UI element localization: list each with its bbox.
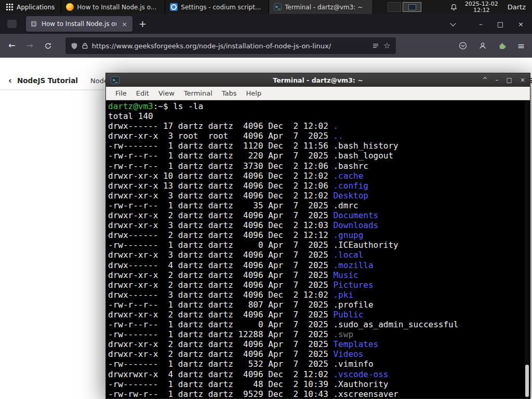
- browser-tab-active[interactable]: How to Install Node.js on ×: [26, 16, 132, 32]
- file-meta: drwxr-xr-x 3 dartz dartz 4096 Apr 7 2025: [108, 250, 333, 260]
- file-name: .bash_logout: [333, 151, 393, 161]
- list-all-tabs-icon[interactable]: [450, 20, 456, 26]
- file-name: .pki: [333, 290, 353, 300]
- terminal-line: -rw------- 1 dartz dartz 532 Apr 7 2025 …: [108, 359, 530, 369]
- new-tab-button[interactable]: +: [139, 19, 147, 29]
- firefox-view-icon[interactable]: [7, 20, 17, 28]
- file-name: .config: [333, 181, 368, 191]
- file-name: Downloads: [333, 220, 378, 230]
- terminal-title: Terminal - dartz@vm3: ~: [106, 76, 530, 84]
- terminal-menubar: File Edit View Terminal Tabs Help: [106, 87, 530, 100]
- task-icon: [274, 3, 282, 11]
- file-name: .profile: [333, 300, 373, 310]
- file-name: .xscreensaver: [333, 389, 398, 398]
- terminal-line: drwxr-xr-x 3 dartz dartz 4096 Apr 7 2025…: [108, 250, 530, 260]
- file-name: .sudo_as_admin_successful: [333, 320, 458, 329]
- file-meta: -rw------- 1 dartz dartz 12288 Apr 7 202…: [108, 329, 333, 339]
- file-name: .viminfo: [333, 359, 373, 369]
- terminal-menu-item[interactable]: Edit: [131, 89, 154, 97]
- file-meta: drwxr-xr-x 2 dartz dartz 4096 Apr 7 2025: [108, 270, 333, 280]
- minimize-button[interactable]: –: [479, 21, 483, 28]
- tab-close-icon[interactable]: ×: [121, 20, 128, 28]
- file-meta: -rw------- 1 dartz dartz 0 Apr 7 2025: [108, 240, 333, 250]
- file-meta: drwxr-xr-x 2 dartz dartz 4096 Apr 7 2025: [108, 310, 333, 320]
- subnav-item-nodejs-tutorial[interactable]: NodeJS Tutorial: [17, 76, 78, 85]
- file-listing: drwx------ 17 dartz dartz 4096 Dec 2 12:…: [108, 121, 530, 398]
- file-name: ..: [333, 131, 343, 141]
- user-menu[interactable]: Dartz: [508, 3, 526, 11]
- workspace-1[interactable]: [388, 2, 401, 12]
- file-name: Pictures: [333, 280, 373, 290]
- close-button[interactable]: ×: [520, 77, 525, 83]
- terminal-line: -rw------- 1 dartz dartz 48 Dec 2 10:39 …: [108, 379, 530, 389]
- task-label: Terminal - dartz@vm3: ~: [285, 4, 363, 11]
- terminal-line: drwxr-xr-x 10 dartz dartz 4096 Dec 2 12:…: [108, 171, 530, 181]
- pocket-icon[interactable]: [459, 42, 467, 50]
- terminal-scrollbar[interactable]: [525, 100, 529, 398]
- lock-icon[interactable]: [82, 42, 88, 49]
- clock[interactable]: 2025-12-02 12:12: [465, 1, 498, 14]
- extensions-puzzle-icon[interactable]: [498, 42, 506, 50]
- workspace-window-thumb: [408, 4, 416, 10]
- task-button[interactable]: How to Install Node.js o...: [61, 0, 165, 14]
- terminal-line: drwx------ 4 dartz dartz 4096 Apr 7 2025…: [108, 260, 530, 270]
- file-meta: drwxr-xr-x 3 dartz dartz 4096 Dec 2 12:0…: [108, 191, 333, 201]
- task-button[interactable]: Settings - codium script...: [165, 0, 269, 14]
- close-button[interactable]: ×: [518, 21, 524, 28]
- file-meta: drwxr-xr-x 3 root root 4096 Apr 7 2025: [108, 131, 333, 141]
- terminal-line: drwx------ 2 dartz dartz 4096 Dec 2 12:1…: [108, 230, 530, 240]
- terminal-line: drwxr-xr-x 2 dartz dartz 4096 Apr 7 2025…: [108, 349, 530, 359]
- terminal-line: -rw-r--r-- 1 dartz dartz 35 Apr 7 2025 .…: [108, 201, 530, 210]
- file-meta: drwx------ 17 dartz dartz 4096 Dec 2 12:…: [108, 121, 333, 131]
- file-name: Videos: [333, 349, 363, 359]
- applications-menu-button[interactable]: Applications: [0, 0, 61, 14]
- file-meta: -rw-r--r-- 1 dartz dartz 807 Apr 7 2025: [108, 300, 333, 310]
- workspace-2[interactable]: [403, 2, 421, 12]
- terminal-line: drwxr-xr-x 2 dartz dartz 4096 Apr 7 2025…: [108, 310, 530, 320]
- task-icon: [66, 3, 74, 11]
- shade-button[interactable]: ^: [483, 77, 488, 83]
- scrollbar-thumb[interactable]: [525, 365, 529, 397]
- file-meta: drwxr-xr-x 2 dartz dartz 4096 Apr 7 2025: [108, 349, 333, 359]
- terminal-line: drwxr-xr-x 2 dartz dartz 4096 Apr 7 2025…: [108, 280, 530, 290]
- account-icon[interactable]: [478, 42, 487, 50]
- forward-button[interactable]: →: [26, 42, 33, 50]
- prompt-user-host: dartz@vm3: [108, 101, 153, 111]
- url-bar[interactable]: ☆: [65, 37, 396, 54]
- file-name: .ICEauthority: [333, 240, 398, 250]
- file-meta: -rw-r--r-- 1 dartz dartz 220 Apr 7 2025: [108, 151, 333, 161]
- file-meta: -rw------- 1 dartz dartz 1120 Dec 2 11:5…: [108, 141, 333, 151]
- terminal-output[interactable]: dartz@vm3:~$ ls -la total 140 drwx------…: [106, 100, 530, 398]
- terminal-menu-item[interactable]: Tabs: [217, 89, 242, 97]
- minimize-button[interactable]: –: [496, 77, 499, 83]
- reload-button[interactable]: [44, 42, 52, 50]
- tracking-shield-icon[interactable]: [71, 42, 78, 50]
- terminal-line: drwx------ 17 dartz dartz 4096 Dec 2 12:…: [108, 121, 530, 131]
- terminal-line: drwxr-xr-x 13 dartz dartz 4096 Dec 2 12:…: [108, 181, 530, 191]
- terminal-total-line: total 140: [108, 111, 530, 121]
- subnav-scroll-left-icon[interactable]: ‹: [8, 75, 12, 86]
- maximize-button[interactable]: □: [507, 77, 512, 83]
- back-button[interactable]: ←: [8, 42, 15, 50]
- terminal-line: drwxr-xr-x 2 dartz dartz 4096 Apr 7 2025…: [108, 339, 530, 349]
- task-icon: [170, 3, 178, 11]
- terminal-menu-item[interactable]: Terminal: [179, 89, 217, 97]
- terminal-menu-item[interactable]: View: [154, 89, 179, 97]
- url-input[interactable]: [92, 42, 368, 50]
- maximize-button[interactable]: □: [497, 21, 503, 28]
- reader-mode-icon[interactable]: [372, 43, 379, 49]
- terminal-line: -rw------- 1 dartz dartz 1120 Dec 2 11:5…: [108, 141, 530, 151]
- notifications-button[interactable]: [450, 3, 458, 11]
- hamburger-menu-icon[interactable]: ≡: [517, 42, 525, 50]
- terminal-line: drwxr-xr-x 3 dartz dartz 4096 Dec 2 12:0…: [108, 220, 530, 230]
- terminal-menu-item[interactable]: Help: [242, 89, 267, 97]
- applications-label: Applications: [17, 4, 55, 11]
- terminal-menu-item[interactable]: File: [111, 89, 131, 97]
- terminal-titlebar[interactable]: Terminal - dartz@vm3: ~ ^ – □ ×: [106, 73, 530, 87]
- task-button[interactable]: Terminal - dartz@vm3: ~: [269, 0, 373, 14]
- window-task-list: How to Install Node.js o... Settings - c…: [61, 0, 373, 14]
- bookmark-star-icon[interactable]: ☆: [383, 42, 390, 50]
- file-meta: -rw-r--r-- 1 dartz dartz 35 Apr 7 2025: [108, 201, 333, 210]
- terminal-line: -rw------- 1 dartz dartz 0 Apr 7 2025 .I…: [108, 240, 530, 250]
- terminal-line: drwxrwxr-x 4 dartz dartz 4096 Dec 2 12:0…: [108, 369, 530, 379]
